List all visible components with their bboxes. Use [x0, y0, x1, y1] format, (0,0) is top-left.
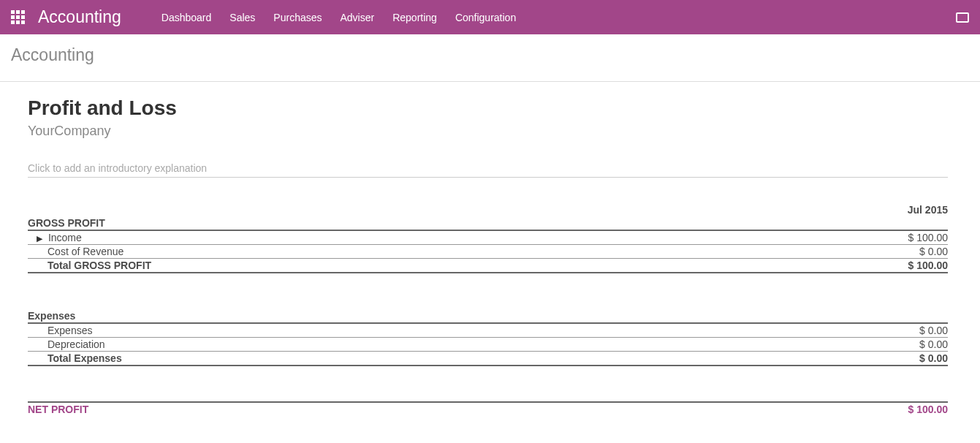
income-value: $ 100.00: [838, 230, 948, 245]
explanation-input[interactable]: [28, 159, 948, 178]
report-table: Jul 2015 GROSS PROFIT ▶ Income $ 100.00 …: [28, 203, 948, 416]
navbar-right: [956, 12, 969, 23]
net-profit-row: NET PROFIT $ 100.00: [28, 402, 948, 416]
total-gross-profit-row: Total GROSS PROFIT $ 100.00: [28, 259, 948, 273]
report-container: Profit and Loss YourCompany Jul 2015 GRO…: [0, 82, 976, 438]
caret-right-icon[interactable]: ▶: [37, 234, 45, 243]
total-gross-profit-label: Total GROSS PROFIT: [28, 259, 838, 273]
expenses-header-label: Expenses: [28, 309, 838, 323]
spacer-row: [28, 273, 948, 309]
gross-profit-header-label: GROSS PROFIT: [28, 216, 838, 230]
top-navbar: Accounting Dashboard Sales Purchases Adv…: [0, 0, 980, 34]
nav-reporting[interactable]: Reporting: [392, 12, 437, 23]
period-label: Jul 2015: [838, 203, 948, 216]
nav-purchases[interactable]: Purchases: [273, 12, 322, 23]
nav-sales[interactable]: Sales: [229, 12, 255, 23]
nav-adviser[interactable]: Adviser: [341, 12, 375, 23]
income-row[interactable]: ▶ Income $ 100.00: [28, 230, 948, 245]
net-profit-label: NET PROFIT: [28, 402, 838, 416]
navbar-brand[interactable]: Accounting: [38, 7, 121, 27]
net-profit-value: $ 100.00: [838, 402, 948, 416]
mail-icon[interactable]: [956, 12, 969, 23]
cost-of-revenue-value: $ 0.00: [838, 245, 948, 259]
expenses-header-row: Expenses: [28, 309, 948, 323]
gross-profit-header-row: GROSS PROFIT: [28, 216, 948, 230]
cost-of-revenue-label: Cost of Revenue: [28, 245, 838, 259]
total-expenses-label: Total Expenses: [28, 352, 838, 366]
report-title: Profit and Loss: [28, 96, 948, 120]
expenses-value: $ 0.00: [838, 323, 948, 338]
nav-dashboard[interactable]: Dashboard: [162, 12, 212, 23]
breadcrumb-title: Accounting: [11, 45, 94, 65]
depreciation-label: Depreciation: [28, 338, 838, 352]
total-expenses-row: Total Expenses $ 0.00: [28, 352, 948, 366]
cost-of-revenue-row[interactable]: Cost of Revenue $ 0.00: [28, 245, 948, 259]
apps-grid-icon[interactable]: [11, 10, 25, 24]
report-company: YourCompany: [28, 124, 948, 139]
total-gross-profit-value: $ 100.00: [838, 259, 948, 273]
period-header-row: Jul 2015: [28, 203, 948, 216]
expenses-row[interactable]: Expenses $ 0.00: [28, 323, 948, 338]
spacer-row-2: [28, 366, 948, 402]
depreciation-value: $ 0.00: [838, 338, 948, 352]
breadcrumb-bar: Accounting: [0, 34, 980, 82]
total-expenses-value: $ 0.00: [838, 352, 948, 366]
income-label: Income: [48, 232, 82, 243]
expenses-label: Expenses: [28, 323, 838, 338]
navbar-menu: Dashboard Sales Purchases Adviser Report…: [162, 12, 516, 23]
nav-configuration[interactable]: Configuration: [455, 12, 516, 23]
depreciation-row[interactable]: Depreciation $ 0.00: [28, 338, 948, 352]
